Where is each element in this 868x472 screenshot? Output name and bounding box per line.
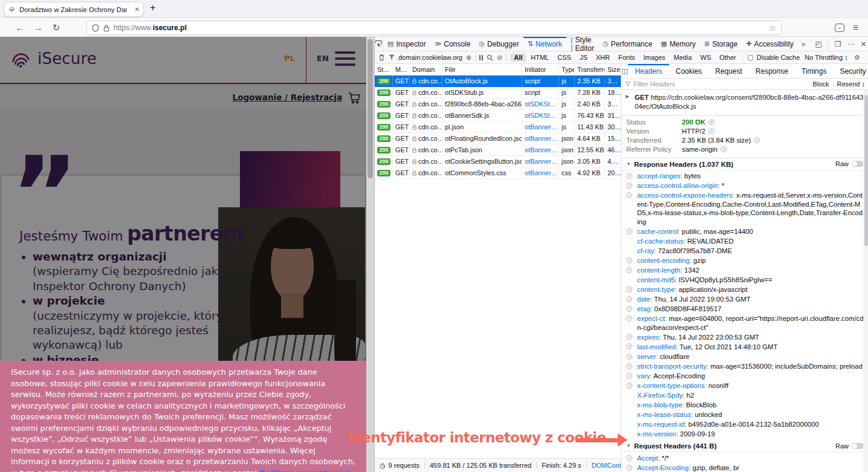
- throttling-select[interactable]: No Throttling ↕: [805, 54, 847, 61]
- tab-performance[interactable]: ◷Performance: [598, 37, 656, 51]
- raw-toggle[interactable]: [852, 161, 864, 167]
- header-row[interactable]: ?x-ms-version2009-09-19: [621, 429, 868, 439]
- filter-headers-input[interactable]: Filter Headers: [633, 80, 675, 88]
- header-help-icon[interactable]: ?: [626, 343, 632, 349]
- header-row[interactable]: ?Accept*/*: [621, 453, 868, 463]
- filter-type-button[interactable]: HTML: [527, 53, 552, 62]
- header-row[interactable]: ?etag0x8D98D8F4F819517: [621, 304, 868, 314]
- help-icon[interactable]: ?: [708, 128, 714, 134]
- more-tabs-icon[interactable]: »: [798, 37, 809, 51]
- header-help-icon[interactable]: ?: [626, 257, 632, 263]
- header-row[interactable]: ?cf-cache-statusREVALIDATED: [621, 236, 868, 246]
- filter-type-button[interactable]: Media: [670, 53, 696, 62]
- header-row[interactable]: ?x-ms-request-idb4952d0e-a01e-0014-2132-…: [621, 419, 868, 429]
- filter-type-button[interactable]: XHR: [592, 53, 614, 62]
- header-row[interactable]: ?content-typeapplication/x-javascript: [621, 285, 868, 294]
- pick-element-icon[interactable]: [375, 37, 383, 51]
- header-row[interactable]: ?servercloudflare: [621, 352, 868, 361]
- header-help-icon[interactable]: ?: [626, 286, 632, 293]
- search-icon[interactable]: [487, 54, 493, 61]
- separate-window-icon[interactable]: ❐: [835, 40, 841, 48]
- request-row[interactable]: 200 GET cdn.co… otCookieSettingsButton.j…: [375, 156, 621, 167]
- request-row[interactable]: 200 GET cdn.co… otCommonStyles.css otBan…: [375, 167, 621, 179]
- header-row[interactable]: ?cf-ray72ac80f79f5a7b87-DME: [621, 246, 868, 256]
- filter-input[interactable]: domain:cookielaw.org: [398, 54, 462, 61]
- filter-type-button[interactable]: Fonts: [615, 53, 639, 62]
- header-help-icon[interactable]: ?: [626, 267, 632, 273]
- devtools-options-icon[interactable]: ⋯: [847, 40, 855, 48]
- details-tab[interactable]: Response: [749, 64, 795, 78]
- request-row[interactable]: 200 GET cdn.co… otPcTab.json otBanner… j…: [375, 144, 621, 156]
- request-url-summary[interactable]: ▶ GET https://cdn.cookielaw.org/consent/…: [621, 90, 868, 115]
- request-row[interactable]: 200 GET cdn.co… otSDKStub.js script js 7…: [375, 87, 621, 99]
- filter-type-button[interactable]: JS: [576, 53, 591, 62]
- tab-inspector[interactable]: ▤Inspector: [383, 37, 430, 51]
- app-menu-icon[interactable]: ≡: [853, 22, 858, 33]
- header-row[interactable]: ?varyAccept-Encoding: [621, 371, 868, 381]
- filter-type-button[interactable]: All: [510, 53, 526, 62]
- header-row[interactable]: ?cache-controlpublic, max-age=14400: [621, 227, 868, 236]
- resend-button[interactable]: Resend ↕: [837, 80, 865, 88]
- help-icon[interactable]: ?: [721, 146, 727, 152]
- tab-close-icon[interactable]: ✕: [135, 6, 140, 13]
- header-row[interactable]: ?Accept-Encodinggzip, deflate, br: [621, 463, 868, 472]
- header-row[interactable]: ?content-length1342: [621, 265, 868, 275]
- header-row[interactable]: ?content-encodinggzip: [621, 256, 868, 265]
- clear-requests-icon[interactable]: [378, 54, 385, 61]
- collapse-icon[interactable]: ▼: [626, 161, 631, 167]
- details-tab[interactable]: Headers: [628, 64, 669, 78]
- scrollbar-thumb[interactable]: [368, 39, 373, 178]
- forward-button[interactable]: →: [29, 22, 47, 33]
- tab-accessibility[interactable]: ✚Accessibility: [742, 37, 798, 51]
- network-settings-gear-icon[interactable]: ⚙: [854, 54, 860, 62]
- response-headers-section[interactable]: ▼ Response Headers (1.037 KB) Raw: [621, 158, 868, 170]
- new-tab-button[interactable]: +: [150, 2, 155, 13]
- header-row[interactable]: ?strict-transport-securitymax-age=315360…: [621, 361, 868, 371]
- tab-network[interactable]: ⇅Network: [523, 37, 566, 51]
- filter-type-button[interactable]: Images: [640, 53, 669, 62]
- details-tab[interactable]: Security: [833, 64, 868, 78]
- help-icon[interactable]: ?: [754, 137, 760, 143]
- header-help-icon[interactable]: ?: [626, 192, 632, 198]
- details-tab[interactable]: Cookies: [669, 64, 708, 78]
- header-help-icon[interactable]: ?: [626, 173, 632, 179]
- pause-traffic-icon[interactable]: [479, 55, 483, 60]
- header-help-icon[interactable]: ?: [626, 315, 632, 322]
- details-tab[interactable]: Request: [708, 64, 749, 78]
- header-row[interactable]: ?x-content-type-optionsnosniff: [621, 381, 868, 390]
- tab-memory[interactable]: ▦Memory: [656, 37, 700, 51]
- reload-button[interactable]: ↻: [47, 22, 65, 33]
- header-help-icon[interactable]: ?: [626, 465, 632, 471]
- scrollbar-thumb[interactable]: [864, 95, 868, 246]
- back-button[interactable]: ←: [11, 22, 29, 33]
- header-help-icon[interactable]: ?: [626, 455, 632, 461]
- header-help-icon[interactable]: ?: [626, 373, 632, 379]
- header-help-icon[interactable]: ?: [626, 306, 632, 312]
- help-icon[interactable]: ?: [708, 119, 714, 125]
- header-row[interactable]: ?last-modifiedTue, 12 Oct 2021 14:48:10 …: [621, 342, 868, 352]
- filter-type-button[interactable]: WS: [697, 53, 715, 62]
- tab-storage[interactable]: ≣Storage: [700, 37, 742, 51]
- tab-style-editor[interactable]: { }Style Editor: [566, 37, 598, 51]
- split-pane-icon[interactable]: ◫: [621, 64, 628, 78]
- browser-tab[interactable]: Doradztwo w Zakresie Ochrony Dany ✕: [4, 2, 144, 17]
- request-headers-section[interactable]: ▼ Request Headers (441 B) Raw: [621, 440, 868, 452]
- filter-type-button[interactable]: Other: [716, 53, 740, 62]
- shield-icon[interactable]: [92, 24, 99, 32]
- header-help-icon[interactable]: ?: [626, 296, 632, 302]
- header-row[interactable]: ?access-control-expose-headersx-ms-reque…: [621, 191, 868, 227]
- lock-icon[interactable]: [103, 24, 109, 32]
- header-help-icon[interactable]: ?: [626, 383, 632, 389]
- header-help-icon[interactable]: ?: [626, 228, 632, 234]
- header-row[interactable]: ?X-Firefox-Spdyh2: [621, 390, 868, 400]
- block-request-icon[interactable]: ⊘: [497, 54, 502, 62]
- tab-debugger[interactable]: ◎Debugger: [474, 37, 523, 51]
- bookmark-star-icon[interactable]: ☆: [769, 24, 776, 33]
- header-row[interactable]: ?content-md5lSVHQDp8yLpS5h8SniPgIw==: [621, 275, 868, 285]
- details-scrollbar[interactable]: [863, 90, 868, 472]
- header-row[interactable]: ?accept-rangesbytes: [621, 172, 868, 181]
- request-row[interactable]: 200 GET cdn.co… otBannerSdk.js otSDKSt… …: [375, 110, 621, 121]
- block-button[interactable]: Block: [813, 80, 829, 88]
- header-row[interactable]: ?expect-ctmax-age=604800, report-uri="ht…: [621, 314, 868, 332]
- site-scrollbar[interactable]: [366, 37, 374, 472]
